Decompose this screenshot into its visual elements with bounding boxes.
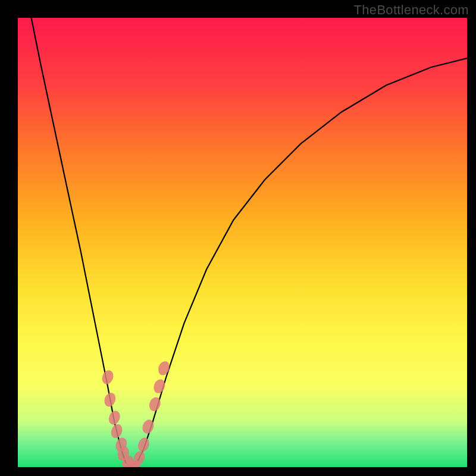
watermark-text: TheBottleneck.com	[354, 2, 469, 18]
curve-marker	[109, 422, 124, 440]
curve-layer	[32, 18, 467, 467]
curve-marker	[102, 391, 117, 408]
curve-marker	[107, 409, 122, 427]
bottleneck-curve-svg	[18, 18, 467, 467]
curve-marker	[100, 369, 115, 386]
curve-markers	[100, 360, 171, 467]
curve-marker	[136, 436, 151, 453]
bottleneck-curve	[32, 18, 467, 467]
chart-frame	[18, 18, 467, 467]
curve-marker	[156, 360, 171, 377]
